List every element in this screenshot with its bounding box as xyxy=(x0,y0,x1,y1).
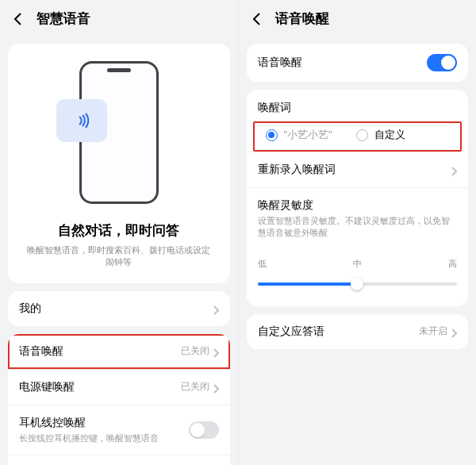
wakeword-card: 唤醒词 "小艺小艺"自定义 重新录入唤醒词 唤醒灵敏度 设置智慧语音灵敏度。不建… xyxy=(247,90,469,306)
sensitivity-label: 唤醒灵敏度 xyxy=(258,198,313,213)
scale-high: 高 xyxy=(448,258,457,270)
wakeword-options: "小艺小艺"自定义 xyxy=(253,121,463,152)
wake-method-row[interactable]: 语音唤醒已关闭 xyxy=(8,334,230,369)
custom-reply-status: 未开启 xyxy=(419,325,447,338)
custom-reply-row[interactable]: 自定义应答语 未开启 xyxy=(247,314,469,349)
wake-toggle[interactable] xyxy=(427,54,457,71)
row-main: 耳机线控唤醒长按线控耳机播控键，唤醒智慧语音 xyxy=(19,416,189,444)
toggle[interactable] xyxy=(189,421,219,439)
wakeword-section-label: 唤醒词 xyxy=(247,90,469,121)
chevron-right-icon xyxy=(213,382,219,392)
mine-card: 我的 xyxy=(8,291,230,326)
radio-label: "小艺小艺" xyxy=(284,128,332,142)
wake-method-row[interactable]: 电源键唤醒已关闭 xyxy=(8,369,230,405)
row-status: 已关闭 xyxy=(181,380,209,394)
wake-methods-card: 语音唤醒已关闭电源键唤醒已关闭耳机线控唤醒长按线控耳机播控键，唤醒智慧语音蓝牙设… xyxy=(8,334,230,465)
row-label: 语音唤醒 xyxy=(19,344,63,359)
sensitivity-desc: 设置智慧语音灵敏度。不建议灵敏度过高，以免智慧语音被意外唤醒 xyxy=(258,215,458,240)
page-title: 智慧语音 xyxy=(36,10,90,28)
custom-reply-label: 自定义应答语 xyxy=(258,325,420,339)
row-desc: 长按线控耳机播控键，唤醒智慧语音 xyxy=(19,432,159,444)
scale-mid: 中 xyxy=(353,258,362,270)
speech-bubble-icon xyxy=(56,99,107,142)
row-main: 电源键唤醒 xyxy=(19,380,181,394)
wake-method-row[interactable]: 蓝牙设备唤醒 xyxy=(8,455,230,465)
hero-title: 自然对话，即时问答 xyxy=(58,221,179,240)
phone-illustration xyxy=(79,61,159,204)
wake-toggle-row[interactable]: 语音唤醒 xyxy=(247,44,469,82)
row-label: 电源键唤醒 xyxy=(19,380,75,394)
chevron-right-icon xyxy=(451,165,457,175)
page-title: 语音唤醒 xyxy=(275,10,329,28)
wake-method-row[interactable]: 耳机线控唤醒长按线控耳机播控键，唤醒智慧语音 xyxy=(8,405,230,455)
radio-icon xyxy=(266,129,278,141)
chevron-right-icon xyxy=(213,304,219,313)
rerecord-label: 重新录入唤醒词 xyxy=(258,163,451,177)
sensitivity-row: 唤醒灵敏度 设置智慧语音灵敏度。不建议灵敏度过高，以免智慧语音被意外唤醒 xyxy=(247,187,469,250)
screen-voice-wake: 语音唤醒 语音唤醒 唤醒词 "小艺小艺"自定义 重新录入唤醒词 唤醒灵敏度 设置… xyxy=(238,0,477,465)
custom-reply-card: 自定义应答语 未开启 xyxy=(247,314,469,349)
radio-label: 自定义 xyxy=(374,128,405,142)
slider-knob[interactable] xyxy=(351,278,363,290)
scale-low: 低 xyxy=(258,258,267,270)
back-button[interactable] xyxy=(250,12,264,26)
wake-toggle-label: 语音唤醒 xyxy=(258,56,428,70)
hero-subtitle: 唤醒智慧语音，即时搜索百科、拨打电话或设定闹钟等 xyxy=(25,244,213,269)
radio-icon xyxy=(356,129,368,141)
hero-card: 自然对话，即时问答 唤醒智慧语音，即时搜索百科、拨打电话或设定闹钟等 xyxy=(8,44,230,283)
sensitivity-slider-wrap: 低 中 高 xyxy=(247,250,469,306)
row-label: 耳机线控唤醒 xyxy=(19,416,86,430)
chevron-right-icon xyxy=(213,347,219,356)
wakeword-option-custom[interactable]: 自定义 xyxy=(356,128,405,142)
row-main: 语音唤醒 xyxy=(19,344,181,359)
wakeword-option-default[interactable]: "小艺小艺" xyxy=(266,128,332,142)
topbar: 智慧语音 xyxy=(0,0,238,36)
wake-toggle-card: 语音唤醒 xyxy=(247,44,469,82)
back-button[interactable] xyxy=(11,12,25,26)
row-status: 已关闭 xyxy=(181,344,209,358)
mine-row[interactable]: 我的 xyxy=(8,291,230,326)
rerecord-row[interactable]: 重新录入唤醒词 xyxy=(247,152,469,187)
screen-smart-voice: 智慧语音 自然对话，即时问答 唤醒智慧语音，即时搜索百科、拨打电话或设定闹钟等 … xyxy=(0,0,238,465)
mine-label: 我的 xyxy=(19,302,213,316)
sensitivity-slider[interactable] xyxy=(258,276,458,292)
chevron-right-icon xyxy=(451,327,457,336)
topbar: 语音唤醒 xyxy=(239,0,477,36)
sensitivity-scale: 低 中 高 xyxy=(258,258,458,270)
